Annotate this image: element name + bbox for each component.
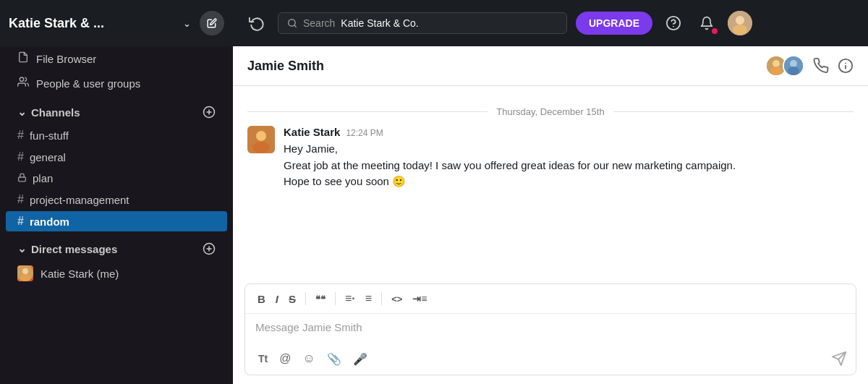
message-input-area: B I S ❝❝ ≡· ≡ <> ⇥≡ Message Jamie Smith … xyxy=(233,275,868,384)
toolbar-separator-3 xyxy=(381,292,382,305)
svg-point-23 xyxy=(788,67,799,75)
mention-button[interactable]: @ xyxy=(275,349,295,368)
svg-rect-11 xyxy=(19,176,26,181)
msg-avatar-image xyxy=(247,126,275,153)
dm-section-header[interactable]: ⌄ Direct messages xyxy=(6,238,227,260)
svg-point-28 xyxy=(256,131,266,141)
people-icon xyxy=(17,76,29,90)
search-icon xyxy=(287,18,297,28)
chat-header: Jamie Smith xyxy=(233,46,868,86)
svg-point-16 xyxy=(22,268,28,274)
date-divider-text: Thursday, December 15th xyxy=(496,106,604,117)
user-avatar[interactable] xyxy=(728,11,752,35)
unordered-list-button[interactable]: ≡ xyxy=(362,290,375,307)
message-content: Katie Stark 12:24 PM Hey Jamie, Great jo… xyxy=(284,126,736,190)
history-button[interactable] xyxy=(244,11,269,35)
notifications-button[interactable] xyxy=(694,11,719,35)
dm-chevron-icon: ⌄ xyxy=(17,242,27,255)
message-author: Katie Stark xyxy=(284,126,340,138)
avatar-image xyxy=(728,11,752,35)
pencil-icon xyxy=(207,18,217,28)
emoji-button[interactable]: ☺ xyxy=(298,349,319,369)
input-toolbar: B I S ❝❝ ≡· ≡ <> ⇥≡ xyxy=(245,284,856,314)
dm-avatar xyxy=(17,265,33,281)
send-icon xyxy=(831,351,847,367)
phone-icon xyxy=(813,58,829,74)
chat-header-actions xyxy=(765,55,854,77)
header-avatars xyxy=(765,55,804,77)
message-item: Katie Stark 12:24 PM Hey Jamie, Great jo… xyxy=(247,126,854,190)
input-bottom-bar: Tt @ ☺ 📎 🎤 xyxy=(245,343,856,375)
channels-label: Channels xyxy=(31,106,80,119)
bell-icon xyxy=(699,16,714,30)
channel-item-fun-stuff[interactable]: # fun-stuff xyxy=(6,125,227,145)
file-browser-label: File Browser xyxy=(36,53,96,65)
workspace-section: Katie Stark & ... ⌄ xyxy=(0,0,233,46)
sidebar: File Browser People & user groups ⌄ Chan… xyxy=(0,46,233,384)
attachment-button[interactable]: 📎 xyxy=(323,349,346,369)
workspace-name: Katie Stark & ... xyxy=(9,16,180,31)
upgrade-button[interactable]: UPGRADE xyxy=(576,12,652,35)
notification-dot xyxy=(712,28,718,34)
svg-point-6 xyxy=(733,25,747,35)
channel-item-general[interactable]: # general xyxy=(6,147,227,167)
indent-button[interactable]: ⇥≡ xyxy=(409,291,430,307)
svg-point-20 xyxy=(770,67,782,75)
channel-item-plan[interactable]: plan xyxy=(6,168,227,188)
message-header: Katie Stark 12:24 PM xyxy=(284,126,736,138)
ordered-list-button[interactable]: ≡· xyxy=(341,290,359,307)
quote-button[interactable]: ❝❝ xyxy=(312,291,329,307)
add-dm-button[interactable] xyxy=(203,242,216,255)
file-icon xyxy=(17,51,29,63)
svg-point-17 xyxy=(20,274,30,281)
channels-section-header[interactable]: ⌄ Channels xyxy=(6,101,227,123)
hash-icon: # xyxy=(17,129,24,142)
help-button[interactable] xyxy=(661,11,686,35)
avatar-initials xyxy=(728,11,752,35)
code-button[interactable]: <> xyxy=(388,291,406,307)
text-format-button[interactable]: Tt xyxy=(254,350,272,367)
channel-name: fun-stuff xyxy=(30,129,69,142)
main-content: File Browser People & user groups ⌄ Chan… xyxy=(0,46,868,384)
strikethrough-button[interactable]: S xyxy=(285,291,299,307)
sidebar-item-file-browser[interactable]: File Browser xyxy=(6,47,227,70)
svg-point-5 xyxy=(736,16,744,25)
date-divider: Thursday, December 15th xyxy=(247,106,854,117)
plus-circle-icon xyxy=(203,106,216,119)
channel-name: project-management xyxy=(30,194,129,206)
header-avatar-2 xyxy=(783,55,804,77)
audio-button[interactable]: 🎤 xyxy=(349,349,372,369)
edit-workspace-button[interactable] xyxy=(200,11,224,35)
send-button[interactable] xyxy=(831,351,847,367)
avatar-img xyxy=(784,56,803,75)
dm-item-katie-stark[interactable]: Katie Stark (me) xyxy=(6,262,227,285)
search-workspace-label: Katie Stark & Co. xyxy=(341,17,418,29)
add-channel-button[interactable] xyxy=(203,106,216,119)
channel-item-project-management[interactable]: # project-management xyxy=(6,189,227,210)
dm-label: Direct messages xyxy=(31,243,117,255)
call-button[interactable] xyxy=(813,58,829,74)
svg-point-19 xyxy=(773,60,780,67)
channel-item-random[interactable]: # random xyxy=(6,211,227,231)
svg-point-29 xyxy=(252,142,270,153)
plus-circle-icon xyxy=(203,242,216,255)
toolbar-separator-2 xyxy=(335,292,336,305)
message-text: Hey Jamie, Great job at the meeting toda… xyxy=(284,141,736,190)
lock-icon xyxy=(17,173,27,184)
top-bar: Katie Stark & ... ⌄ Search Katie Stark &… xyxy=(0,0,868,46)
search-bar[interactable]: Search Katie Stark & Co. xyxy=(278,12,567,34)
dm-avatar-image xyxy=(17,265,33,281)
workspace-chevron-button[interactable]: ⌄ xyxy=(180,15,194,32)
hash-icon: # xyxy=(17,215,24,228)
history-icon xyxy=(249,15,265,31)
sidebar-item-people[interactable]: People & user groups xyxy=(6,72,227,95)
file-browser-icon xyxy=(17,51,29,66)
svg-point-22 xyxy=(790,60,797,67)
message-input[interactable]: Message Jamie Smith xyxy=(245,314,856,343)
channel-name: plan xyxy=(33,172,53,184)
svg-point-7 xyxy=(20,77,23,81)
italic-button[interactable]: I xyxy=(272,291,282,307)
info-button[interactable] xyxy=(838,58,854,74)
bold-button[interactable]: B xyxy=(254,291,269,307)
search-label: Search xyxy=(303,17,335,29)
